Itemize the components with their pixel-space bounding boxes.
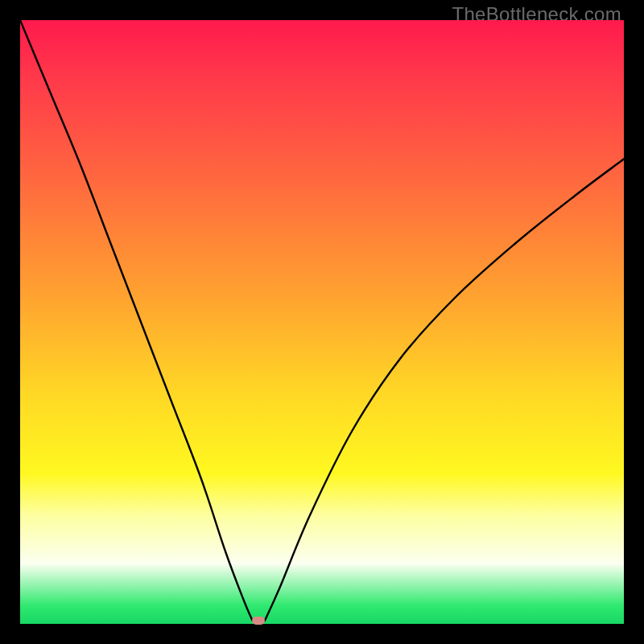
curve-right-branch [265, 159, 624, 621]
curve-left-branch [20, 20, 253, 621]
chart-plot-area [20, 20, 624, 624]
chart-curve-svg [20, 20, 624, 624]
minimum-marker [252, 617, 265, 625]
